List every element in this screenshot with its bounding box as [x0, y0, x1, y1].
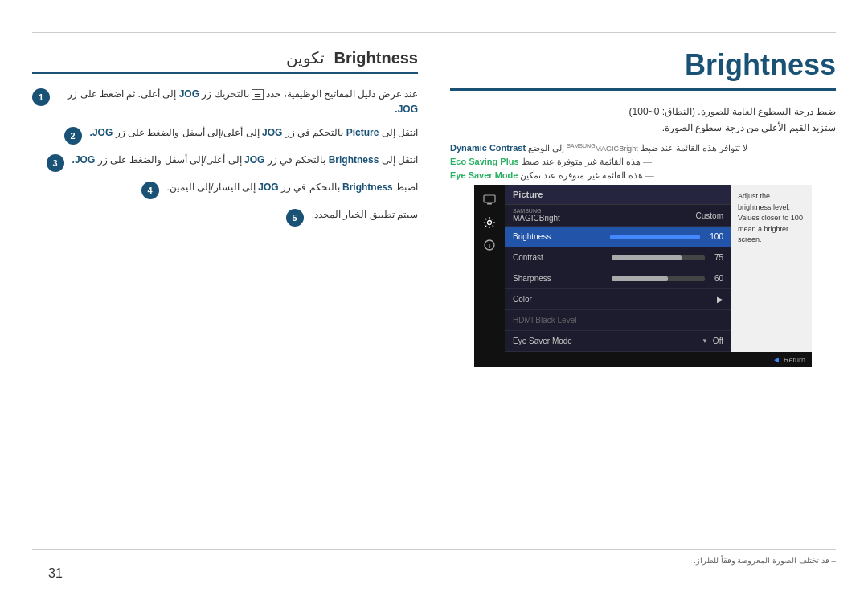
contrast-bar: [612, 255, 704, 260]
menu-header: Picture: [505, 185, 731, 205]
contrast-label: Contrast: [513, 253, 605, 262]
sharpness-label: Sharpness: [513, 274, 605, 283]
info-icon: i: [483, 239, 496, 251]
settings-icon: [483, 216, 496, 229]
section-title-takween: تكوين: [286, 49, 325, 67]
eye-saver-value: Off: [713, 337, 723, 345]
menu-row-hdmi: HDMI Black Level: [505, 310, 731, 331]
step-list: عند عرض دليل المفاتيح الوظيفية، حدد ☰ با…: [32, 87, 418, 227]
contrast-fill: [612, 255, 682, 260]
step-item-2: انتقل إلى Picture بالتحكم في زر JOG إلى …: [32, 125, 418, 145]
menu-row-sharpness[interactable]: Sharpness 60: [505, 268, 731, 289]
note-eco-saving: — هذه القائمة غير متوفرة عند ضبط Eco Sav…: [450, 157, 836, 167]
monitor-menu: Picture SAMSUNG MAGICBright Custom Brigh…: [505, 185, 731, 352]
note1-text: لا تتوافر هذه القائمة عند ضبط: [641, 143, 747, 153]
note2-dash: —: [643, 157, 652, 167]
samsung-brand: SAMSUNG: [567, 143, 595, 149]
eye-saver-menu-label: Eye Saver Mode: [513, 337, 607, 345]
step-text-1: عند عرض دليل المفاتيح الوظيفية، حدد ☰ با…: [58, 87, 418, 117]
monitor-screen: i Picture SAMSUNG MAGICBright Custom Bri…: [474, 185, 812, 352]
contrast-value: 75: [714, 253, 723, 262]
note2-text: هذه القائمة غير متوفرة عند ضبط: [522, 157, 641, 167]
brightness-label: Brightness: [513, 232, 604, 241]
svg-point-2: [488, 221, 492, 225]
step-number-2: 2: [64, 127, 82, 145]
desc-line1: ضبط درجة السطوع العامة للصورة. (النطاق: …: [450, 104, 836, 120]
eye-saver-label: Eye Saver Mode: [450, 170, 518, 181]
step-item-4: اضبط Brightness بالتحكم في زر JOG إلى ال…: [32, 180, 418, 199]
bottom-note-text: قد تختلف الصورة المعروضة وفقاً للطراز.: [32, 556, 836, 565]
brightness-fill: [610, 235, 701, 239]
note-eye-saver: — هذه القائمة غير متوفرة عند تمكين Eye S…: [450, 170, 836, 181]
sidebar-icon-info: i: [481, 236, 498, 254]
svg-text:i: i: [489, 243, 490, 250]
right-section: Brightness ضبط درجة السطوع العامة للصورة…: [450, 48, 836, 184]
note3-text: هذه القائمة غير متوفرة عند تمكين: [520, 170, 642, 181]
svg-rect-0: [484, 195, 495, 202]
sidebar-icon-settings: [481, 214, 498, 231]
note1-suffix: SAMSUNGMAGICBright: [567, 143, 637, 153]
magicbright-label: SAMSUNG MAGICBright: [513, 208, 693, 223]
top-border: [32, 32, 836, 33]
page-number: 31: [48, 566, 63, 581]
arabic-section-title: Brightness تكوين: [32, 48, 418, 74]
step-text-4: اضبط Brightness بالتحكم في زر JOG إلى ال…: [167, 180, 418, 195]
return-arrow-icon: ◄: [772, 355, 780, 364]
note-dynamic-contrast: — لا تتوافر هذه القائمة عند ضبط SAMSUNGM…: [450, 143, 836, 153]
step-item-3: انتقل إلى Brightness بالتحكم في زر JOG إ…: [32, 153, 418, 172]
note1-mode: إلى الوضع: [528, 143, 564, 153]
step-number-1: 1: [32, 88, 50, 106]
left-section: Brightness تكوين عند عرض دليل المفاتيح ا…: [32, 48, 418, 235]
color-arrow-icon: ▶: [717, 295, 723, 304]
right-description: ضبط درجة السطوع العامة للصورة. (النطاق: …: [450, 104, 836, 137]
samsung-brand-label: SAMSUNG: [513, 208, 693, 214]
tooltip-text: Adjust the brightness level. Values clos…: [738, 192, 803, 243]
step-number-5: 5: [286, 209, 304, 227]
svg-rect-1: [487, 203, 492, 205]
step-text-2: انتقل إلى Picture بالتحكم في زر JOG إلى …: [90, 125, 418, 141]
step-item-1: عند عرض دليل المفاتيح الوظيفية، حدد ☰ با…: [32, 87, 418, 117]
sharpness-bar: [612, 276, 704, 281]
hdmi-label: HDMI Black Level: [513, 316, 723, 325]
return-text: Return: [784, 356, 805, 364]
sharpness-value: 60: [714, 274, 723, 283]
monitor-tooltip: Adjust the brightness level. Values clos…: [731, 185, 812, 352]
step-number-4: 4: [141, 182, 159, 199]
brightness-value: 100: [710, 232, 723, 241]
step-text-5: سيتم تطبيق الخيار المحدد.: [312, 207, 418, 223]
menu-row-eye-saver[interactable]: Eye Saver Mode ▼ Off: [505, 331, 731, 352]
menu-row-brightness[interactable]: Brightness 100: [505, 227, 731, 247]
section-title-en: Brightness: [334, 49, 418, 67]
step-number-3: 3: [47, 154, 64, 172]
menu-row-contrast[interactable]: Contrast 75: [505, 247, 731, 268]
color-label: Color: [513, 295, 615, 304]
bottom-note: قد تختلف الصورة المعروضة وفقاً للطراز.: [32, 549, 836, 565]
monitor-return-bar: ◄ Return: [474, 352, 812, 367]
sidebar-icon-monitor: [481, 191, 498, 209]
menu-row-magicbright[interactable]: SAMSUNG MAGICBright Custom: [505, 205, 731, 227]
dynamic-contrast-label: Dynamic Contrast: [450, 143, 526, 153]
down-arrow-icon: ▼: [702, 337, 708, 345]
eco-saving-label: Eco Saving Plus: [450, 157, 519, 167]
return-label: ◄ Return: [772, 355, 805, 364]
sharpness-fill: [612, 276, 667, 281]
brightness-bar: [610, 235, 701, 239]
desc-line2: ستزيد القيم الأعلى من درجة سطوع الصورة.: [450, 120, 836, 136]
monitor-icon: [483, 194, 496, 206]
monitor-sidebar: i: [474, 185, 505, 352]
note3-dash: —: [645, 170, 654, 181]
monitor-container: i Picture SAMSUNG MAGICBright Custom Bri…: [450, 185, 836, 367]
page-title: Brightness: [450, 48, 836, 91]
magicbright-value: Custom: [696, 211, 723, 220]
step-item-5: سيتم تطبيق الخيار المحدد. 5: [32, 207, 418, 227]
menu-row-color[interactable]: Color ▶: [505, 289, 731, 310]
note1-dash: —: [750, 143, 759, 153]
step-text-3: انتقل إلى Brightness بالتحكم في زر JOG إ…: [72, 153, 418, 168]
